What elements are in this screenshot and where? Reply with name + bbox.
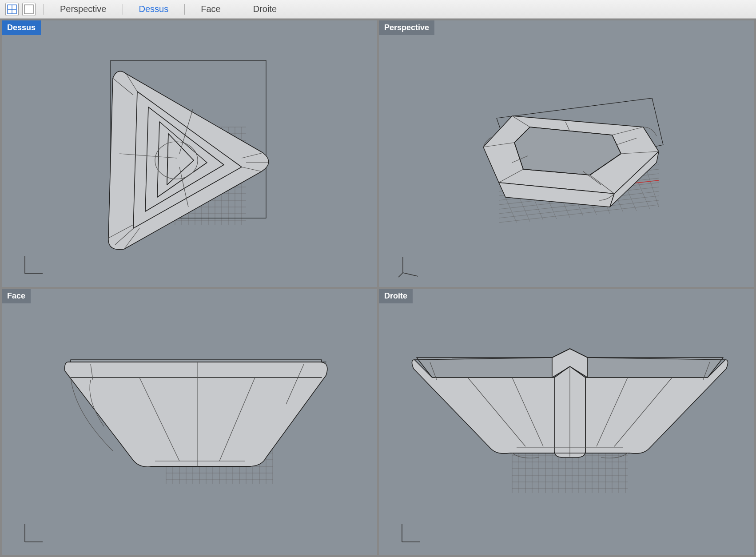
viewport-top[interactable]: Dessus bbox=[2, 20, 377, 287]
svg-rect-3 bbox=[24, 5, 33, 14]
viewport-label-perspective: Perspective bbox=[379, 20, 434, 35]
divider bbox=[184, 4, 185, 15]
square-icon bbox=[24, 4, 34, 14]
tab-front[interactable]: Face bbox=[191, 4, 230, 14]
axis-indicator-icon bbox=[20, 252, 46, 279]
toolbar: Perspective Dessus Face Droite bbox=[0, 0, 756, 19]
axis-indicator-icon bbox=[397, 252, 423, 279]
tab-right[interactable]: Droite bbox=[243, 4, 286, 14]
viewport-right[interactable]: Droite bbox=[379, 289, 754, 555]
viewport-canvas[interactable] bbox=[2, 289, 377, 555]
grid-4-icon bbox=[7, 4, 17, 14]
divider bbox=[44, 4, 44, 15]
viewport-perspective[interactable]: Perspective bbox=[379, 20, 754, 287]
svg-line-40 bbox=[403, 273, 418, 276]
axis-indicator-icon bbox=[20, 521, 46, 547]
viewports-container: Dessus bbox=[0, 19, 756, 557]
divider bbox=[237, 4, 237, 15]
svg-line-41 bbox=[398, 273, 403, 277]
mesh-object bbox=[108, 71, 269, 249]
mesh-object bbox=[412, 349, 728, 458]
mesh-object bbox=[65, 360, 327, 467]
mesh-object bbox=[483, 116, 659, 207]
viewport-front[interactable]: Face bbox=[2, 289, 377, 555]
layout-single-button[interactable] bbox=[22, 3, 36, 16]
layout-4view-button[interactable] bbox=[5, 3, 19, 16]
tab-top[interactable]: Dessus bbox=[129, 4, 179, 14]
viewport-label-right: Droite bbox=[379, 289, 413, 303]
divider bbox=[123, 4, 123, 15]
viewport-canvas[interactable] bbox=[379, 289, 754, 555]
viewport-canvas[interactable] bbox=[379, 20, 754, 287]
tab-perspective[interactable]: Perspective bbox=[50, 4, 116, 14]
viewport-label-top: Dessus bbox=[2, 20, 41, 35]
viewport-canvas[interactable] bbox=[2, 20, 377, 287]
viewport-label-front: Face bbox=[2, 289, 31, 303]
axis-indicator-icon bbox=[397, 521, 423, 547]
